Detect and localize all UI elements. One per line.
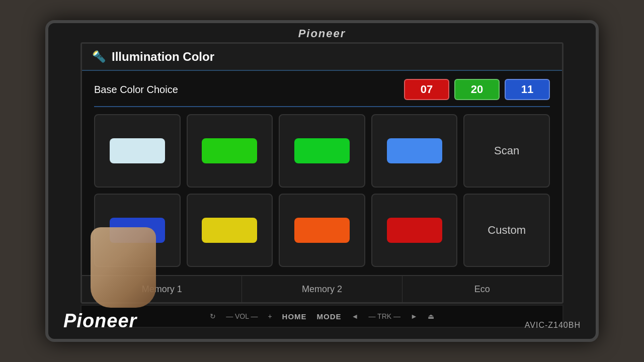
color-cell-bright-green[interactable] (187, 114, 273, 188)
blue-swatch (387, 138, 442, 163)
screen-header: 🔦 Illumination Color (82, 44, 562, 71)
green-swatch (294, 138, 350, 163)
trk-next-button[interactable]: ► (411, 312, 418, 320)
repeat-button[interactable]: ↻ (210, 312, 216, 320)
trk-prev-button[interactable]: ◄ (352, 312, 359, 320)
eco-button[interactable]: Eco (403, 276, 562, 302)
orange-swatch (294, 218, 350, 243)
scan-button[interactable]: Scan (463, 114, 550, 188)
yellow-swatch (202, 218, 257, 243)
custom-button[interactable]: Custom (463, 194, 550, 267)
base-color-label: Base Color Choice (94, 84, 399, 96)
bright-green-swatch (202, 138, 257, 163)
color-cell-yellow[interactable] (187, 194, 273, 267)
eco-label: Eco (474, 284, 490, 295)
color-grid: Scan Custom (94, 114, 550, 267)
pioneer-logo-bottom: Pioneer (63, 310, 137, 332)
memory2-button[interactable]: Memory 2 (242, 276, 402, 302)
color-cell-green[interactable] (279, 114, 365, 188)
base-color-row: Base Color Choice 07 20 11 (94, 79, 550, 107)
red-swatch (387, 218, 442, 243)
model-number: AVIC-Z140BH (525, 321, 581, 330)
mode-button[interactable]: MODE (317, 312, 342, 321)
blue-value-badge[interactable]: 11 (505, 79, 550, 100)
illumination-icon: 🔦 (92, 50, 106, 63)
home-button[interactable]: HOME (282, 312, 307, 321)
pioneer-logo-top: Pioneer (298, 27, 346, 40)
color-cell-orange[interactable] (279, 194, 365, 267)
color-cell-blue[interactable] (371, 114, 458, 188)
red-value-badge[interactable]: 07 (404, 79, 449, 100)
custom-label: Custom (488, 224, 526, 237)
hand-thumb-overlay (91, 227, 156, 308)
scan-label: Scan (494, 144, 519, 157)
vol-plus-button[interactable]: + (268, 312, 272, 320)
control-bar: ↻ — VOL — + HOME MODE ◄ — TRK — ► ⏏ (80, 305, 564, 328)
color-cell-red[interactable] (371, 194, 458, 267)
color-cell-white[interactable] (94, 114, 181, 188)
green-value-badge[interactable]: 20 (454, 79, 500, 100)
car-head-unit: Pioneer 🔦 Illumination Color Base Color … (45, 20, 599, 342)
trk-label: — TRK — (368, 312, 400, 320)
eject-button[interactable]: ⏏ (428, 312, 434, 320)
vol-minus-button[interactable]: — VOL — (226, 312, 258, 320)
white-swatch (110, 138, 165, 163)
page-title: Illumination Color (112, 50, 214, 64)
memory2-label: Memory 2 (302, 284, 342, 295)
